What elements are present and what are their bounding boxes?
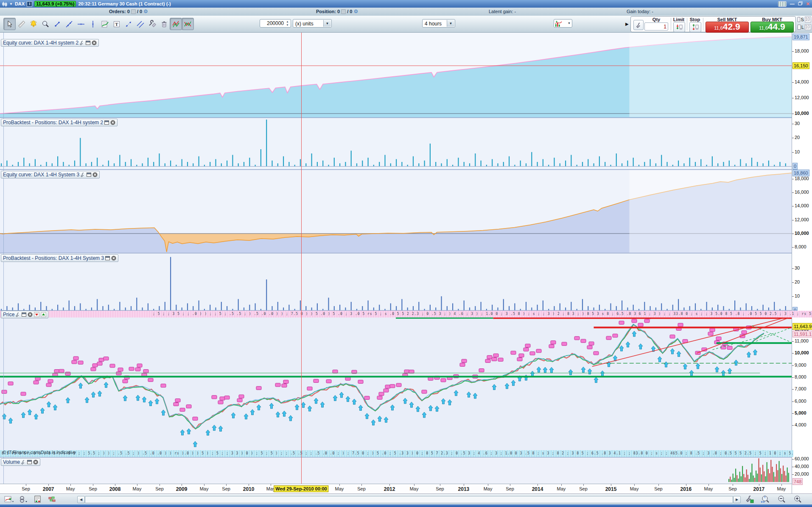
link-windows-button[interactable] — [18, 495, 29, 504]
close-button[interactable]: ✕ — [806, 1, 810, 7]
dotted-line-tool-button[interactable] — [122, 18, 134, 30]
minimize-button[interactable]: — — [790, 1, 795, 6]
keyboard-icon[interactable] — [778, 1, 787, 7]
orders-label: Orders: — [109, 9, 126, 14]
chart-canvas[interactable] — [0, 33, 792, 484]
collapse-trade-panel-icon[interactable]: ▶ — [625, 22, 629, 26]
limit-attach-checkbox[interactable] — [798, 25, 801, 30]
orders-count-2: 0 — [140, 9, 142, 14]
date-label: 2017 — [753, 486, 765, 492]
chevron-down-icon[interactable]: ▼ — [447, 20, 454, 27]
date-label: 2009 — [176, 486, 188, 492]
axis-tick-label: 12,000 — [795, 217, 809, 222]
orders-list-icon[interactable] — [131, 9, 136, 14]
info-icon[interactable]: i — [27, 1, 32, 7]
panel-tab-price[interactable]: Price — [1, 311, 48, 318]
restore-button[interactable] — [798, 1, 803, 6]
panel-close-icon[interactable] — [28, 312, 33, 317]
horizontal-line-tool-button[interactable] — [75, 18, 87, 30]
units-quantity-input[interactable]: 200000 ▲▼ — [260, 19, 291, 28]
segment-tool-button[interactable] — [51, 18, 63, 30]
vertical-line-tool-button[interactable] — [87, 18, 99, 30]
panel-window-icon[interactable] — [87, 173, 91, 177]
panel-close-icon[interactable] — [111, 256, 116, 261]
new-chart-button[interactable] — [3, 495, 14, 504]
date-label: Sep — [357, 486, 366, 491]
zoom-fit-button[interactable] — [759, 495, 770, 504]
panel-window-icon[interactable] — [104, 120, 109, 125]
chevron-down-icon[interactable]: ▼ — [9, 2, 13, 6]
axis-tick-label: 20,000 — [795, 471, 809, 476]
zoom-tool-button[interactable] — [39, 18, 51, 30]
panel-settings-wrench-icon[interactable] — [80, 41, 84, 45]
chart-area[interactable]: ; 5 ; ; 3 5 ; ; .0 ) ) ; ; 5 ; .5 .5 ; )… — [0, 33, 792, 484]
panel-window-icon[interactable] — [22, 312, 26, 317]
panel-tab-positions-system3[interactable]: ProBacktest - Positions: DAX 1-4H System… — [1, 254, 118, 262]
cursor-tool-button[interactable] — [3, 18, 16, 30]
positions-histogram-button[interactable] — [47, 495, 58, 504]
stop-attach-checkbox[interactable] — [798, 17, 800, 22]
price-axis-column[interactable]: 18,00016,00014,00012,00010,00030201018,0… — [792, 33, 812, 493]
qty-input[interactable]: 1 — [644, 22, 668, 31]
alert-bell-button[interactable] — [27, 18, 39, 30]
stop-distance-input[interactable]: 10 — [805, 17, 811, 22]
session-info: 20:32:11 Germany 30 Cash (1 Contract) (-… — [78, 1, 171, 6]
units-quantity-value: 200000 — [267, 20, 284, 26]
news-button[interactable] — [32, 495, 43, 504]
panel-settings-wrench-icon[interactable] — [16, 312, 20, 317]
units-mode-select[interactable]: (x) units ▼ — [293, 19, 332, 28]
panel-settings-wrench-icon[interactable] — [21, 460, 26, 465]
panel-tab-volume[interactable]: Volume — [1, 458, 40, 466]
pattern-wedge-button[interactable] — [182, 18, 194, 30]
stop-order-button[interactable] — [689, 22, 701, 32]
sell-market-button[interactable]: 11,642.9 — [706, 22, 749, 33]
symbol-name[interactable]: DAX — [15, 1, 25, 6]
position-list-icon[interactable] — [341, 9, 346, 14]
text-tool-button[interactable]: T — [110, 18, 123, 30]
delete-drawings-button[interactable] — [158, 18, 170, 30]
panel-title: Volume — [3, 459, 20, 465]
timeframe-select[interactable]: 4 hours ▼ — [422, 19, 455, 28]
panel-tab-equity-system3[interactable]: Equity curve: DAX 1-4H System 3 — [1, 171, 100, 178]
limit-order-button[interactable] — [673, 22, 685, 32]
order-settings-wrench-icon[interactable] — [633, 20, 644, 30]
panel-close-icon[interactable] — [110, 120, 115, 125]
date-axis[interactable]: Wed 29-Sep-2010 00:00 Sep2007MaySep2008M… — [0, 484, 792, 494]
panel-close-icon[interactable] — [92, 40, 97, 45]
panel-tab-positions-system2[interactable]: ProBacktest - Positions: DAX 1-4H system… — [1, 119, 118, 126]
scroll-left-button[interactable]: ◀ — [77, 496, 85, 503]
panel-close-icon[interactable] — [92, 172, 98, 177]
chevron-down-icon[interactable]: ▼ — [323, 20, 331, 27]
buy-marker-toggle-icon[interactable] — [41, 312, 46, 317]
axis-highlight-blue: 19,871 — [792, 33, 809, 40]
chevron-down-icon[interactable]: ▼ — [568, 22, 571, 25]
panel-tab-equity-system2[interactable]: Equity curve: DAX 1-4H system 2 — [1, 39, 99, 47]
ruler-tool-button[interactable] — [15, 18, 28, 30]
position-settings-icon[interactable]: ⚙ — [353, 9, 358, 14]
indicators-button[interactable] — [98, 18, 111, 30]
spinner-arrows-icon[interactable]: ▲▼ — [285, 20, 290, 27]
axis-tick-label: 18,000 — [795, 176, 809, 181]
gain-today: Gain today: - — [627, 9, 653, 14]
buy-market-button[interactable]: 11,644.9 — [750, 22, 794, 33]
limit-distance-input[interactable]: 10 — [805, 24, 811, 30]
panel-close-icon[interactable] — [33, 460, 38, 465]
panel-window-icon[interactable] — [86, 41, 90, 45]
date-label: May — [630, 486, 639, 491]
orders-settings-icon[interactable]: ⚙ — [143, 9, 148, 14]
chart-style-button[interactable]: ▼ — [554, 19, 572, 28]
scroll-right-button[interactable]: ▶ — [733, 496, 741, 503]
panel-settings-wrench-icon[interactable] — [81, 173, 85, 177]
chart-settings-wrench-button[interactable] — [744, 495, 755, 504]
tools-button[interactable] — [146, 18, 158, 30]
parallel-lines-tool-button[interactable] — [134, 18, 146, 30]
zoom-in-button[interactable] — [792, 495, 804, 504]
date-label: Sep — [22, 486, 30, 491]
panel-window-icon[interactable] — [27, 460, 32, 464]
sell-marker-toggle-icon[interactable] — [34, 312, 39, 317]
horizontal-scrollbar[interactable] — [85, 496, 733, 503]
pattern-channel-button[interactable] — [170, 18, 182, 30]
trendline-tool-button[interactable] — [63, 18, 75, 30]
panel-window-icon[interactable] — [105, 256, 110, 260]
zoom-out-button[interactable] — [776, 495, 787, 504]
